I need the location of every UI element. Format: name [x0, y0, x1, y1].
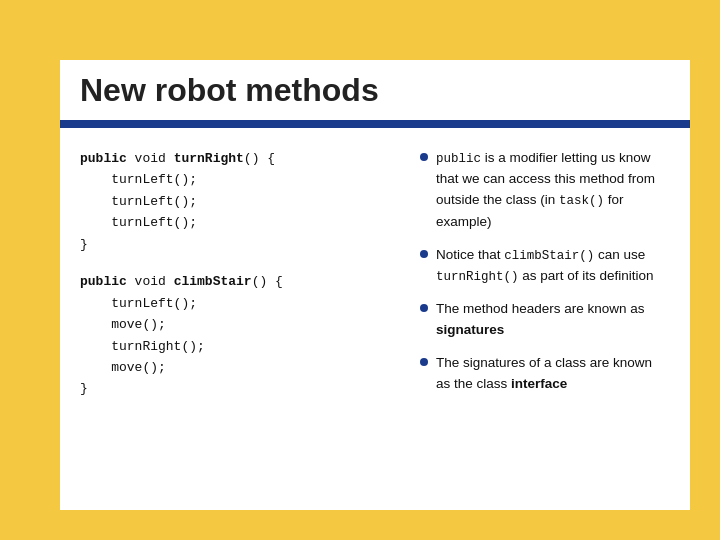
slide: New robot methods public void turnRight(… [0, 0, 720, 540]
blue-divider [60, 120, 690, 128]
bullet-dot-4 [420, 358, 428, 366]
bullet-item-3: The method headers are known as signatur… [420, 299, 670, 341]
bullet-item-4: The signatures of a class are known as t… [420, 353, 670, 395]
slide-title: New robot methods [60, 72, 379, 109]
bullet-text-1: public is a modifier letting us know tha… [436, 148, 670, 233]
bullet-dot-1 [420, 153, 428, 161]
code-block-2: public void climbStair() { turnLeft(); m… [80, 271, 400, 400]
bullet-text-2: Notice that climbStair() can use turnRig… [436, 245, 670, 288]
bullet-text-3: The method headers are known as signatur… [436, 299, 670, 341]
bullet-item-1: public is a modifier letting us know tha… [420, 148, 670, 233]
bullet-item-2: Notice that climbStair() can use turnRig… [420, 245, 670, 288]
bullets-panel: public is a modifier letting us know tha… [420, 148, 670, 490]
bullet-text-4: The signatures of a class are known as t… [436, 353, 670, 395]
bullet-dot-2 [420, 250, 428, 258]
code-panel: public void turnRight() { turnLeft(); tu… [80, 148, 400, 490]
bullet-list: public is a modifier letting us know tha… [420, 148, 670, 395]
title-bar: New robot methods [60, 60, 690, 120]
bullet-dot-3 [420, 304, 428, 312]
code-block-1: public void turnRight() { turnLeft(); tu… [80, 148, 400, 255]
content-area: public void turnRight() { turnLeft(); tu… [60, 128, 690, 510]
